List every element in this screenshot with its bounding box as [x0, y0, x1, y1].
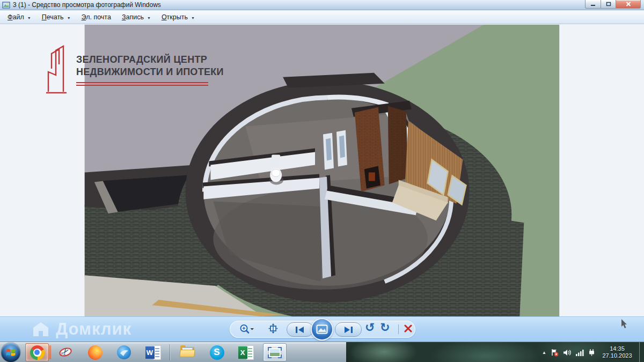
photo-viewer-window: 3 (1) - Средство просмотра фотографий Wi…: [0, 0, 644, 362]
chimney-shade: [388, 106, 408, 184]
domklik-watermark: Домклик: [31, 317, 131, 341]
dropdown-arrow-icon: ▼: [27, 16, 31, 20]
mouse-cursor: [621, 319, 627, 329]
clock-time: 14:35: [599, 345, 635, 352]
minimize-icon: [590, 2, 596, 6]
windows-logo-icon: [5, 348, 16, 357]
taskbar-explorer-button[interactable]: [176, 343, 200, 361]
chrome-icon: [30, 345, 45, 360]
rotate-ccw-icon: ↺: [365, 321, 375, 334]
taskbar-skype-button[interactable]: S: [205, 343, 229, 361]
power-plug-icon[interactable]: [588, 349, 595, 356]
agency-logo-watermark: ЗЕЛЕНОГРАДСКИЙ ЦЕНТР НЕДВИЖИМОСТИ И ИПОТ…: [43, 41, 224, 95]
zoom-button[interactable]: [239, 324, 254, 337]
dropdown-arrow-icon: ▼: [67, 16, 71, 20]
delete-icon: [404, 324, 413, 333]
taskbar-firefox-button[interactable]: [83, 343, 107, 361]
previous-button[interactable]: [287, 322, 313, 337]
previous-icon: [295, 326, 305, 334]
network-icon[interactable]: [576, 349, 584, 356]
next-button[interactable]: [335, 322, 362, 337]
firefox-icon: [88, 345, 103, 360]
action-center-flag-icon[interactable]: [551, 349, 559, 357]
rotate-cw-button[interactable]: ↻: [380, 322, 390, 334]
maximize-icon: [606, 2, 611, 6]
taskbar-divider: [170, 344, 171, 360]
actual-size-icon: [268, 323, 278, 334]
firebox-glow: [369, 172, 375, 181]
clock-date: 27.10.2023: [599, 352, 635, 359]
system-tray: ▲ 14:35: [542, 342, 642, 362]
close-button[interactable]: [616, 0, 641, 9]
menu-file[interactable]: Файл▼: [8, 13, 31, 21]
tray-clock[interactable]: 14:35 27.10.2023: [599, 345, 635, 359]
slideshow-button[interactable]: [311, 318, 333, 341]
dropdown-arrow-icon: ▼: [147, 16, 151, 20]
agency-name-line1: ЗЕЛЕНОГРАДСКИЙ ЦЕНТР: [76, 54, 224, 66]
minimize-button[interactable]: [585, 0, 601, 9]
thunderbird-icon: [116, 345, 131, 360]
taskbar-snipping-tool-button[interactable]: ✂: [54, 343, 78, 361]
show-desktop-button[interactable]: [639, 342, 642, 362]
magnifier-icon: [239, 324, 254, 335]
domklik-house-icon: [31, 320, 50, 338]
taskbar-photo-viewer-button[interactable]: [263, 343, 287, 361]
agency-logo-underline: [76, 82, 208, 86]
window-title: 3 (1) - Средство просмотра фотографий Wi…: [13, 1, 161, 9]
taskbar-word-button[interactable]: W: [141, 343, 165, 361]
window-icon: [2, 2, 10, 9]
excel-icon: X: [238, 345, 254, 360]
taskbar: ✂ W: [0, 342, 644, 362]
toilet-seat: [272, 169, 280, 177]
delete-button[interactable]: [404, 324, 413, 335]
close-icon: [626, 2, 631, 6]
menu-open[interactable]: Открыть▼: [162, 13, 195, 21]
hidden-icons-button[interactable]: ▲: [542, 350, 546, 355]
volume-icon[interactable]: [563, 349, 572, 356]
photo-canvas: ЗЕЛЕНОГРАДСКИЙ ЦЕНТР НЕДВИЖИМОСТИ И ИПОТ…: [0, 25, 644, 316]
toilet-tank: [272, 155, 280, 166]
skype-icon: S: [210, 345, 224, 360]
taskbar-chrome-button[interactable]: [25, 343, 49, 361]
explorer-folder-icon: [180, 346, 196, 359]
slideshow-icon: [316, 324, 328, 334]
menubar: Файл▼ Печать▼ Эл. почта Запись▼ Открыть▼: [0, 11, 644, 24]
menu-burn[interactable]: Запись▼: [122, 13, 151, 21]
menu-email[interactable]: Эл. почта: [82, 13, 111, 21]
maximize-button[interactable]: [601, 0, 616, 9]
snipping-tool-icon: ✂: [58, 344, 74, 360]
titlebar: 3 (1) - Средство просмотра фотографий Wi…: [0, 0, 644, 10]
rotate-ccw-button[interactable]: ↺: [365, 322, 375, 334]
controls-divider: [398, 324, 399, 334]
taskbar-thunderbird-button[interactable]: [112, 343, 136, 361]
domklik-text: Домклик: [56, 320, 131, 339]
word-icon: W: [145, 345, 161, 360]
actual-size-button[interactable]: [268, 323, 278, 336]
dropdown-arrow-icon: ▼: [191, 16, 195, 20]
agency-name-line2: НЕДВИЖИМОСТИ И ИПОТЕКИ: [76, 66, 224, 78]
menu-print[interactable]: Печать▼: [42, 13, 71, 21]
photo-viewer-icon: [268, 347, 282, 358]
rotate-cw-icon: ↻: [380, 321, 390, 334]
agency-logo-icon: [43, 41, 70, 95]
next-icon: [343, 326, 354, 334]
start-button[interactable]: [1, 343, 20, 362]
taskbar-excel-button[interactable]: X: [234, 343, 258, 361]
